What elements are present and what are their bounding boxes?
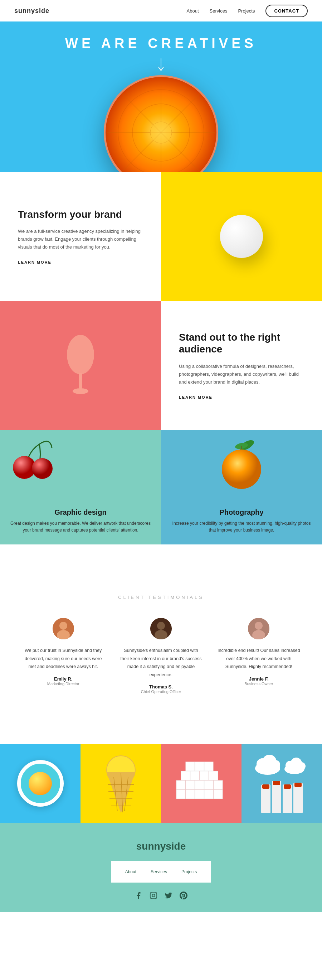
- testimonials-label: CLIENT TESTIMONIALS: [21, 595, 301, 600]
- white-ball-image: [220, 215, 263, 258]
- gallery-cell-2: [81, 744, 161, 823]
- footer-about[interactable]: About: [125, 869, 136, 874]
- testimonial-1-text: We put our trust in Sunnyside and they d…: [21, 646, 105, 671]
- graphic-design-cell: Graphic design Great design makes you me…: [0, 430, 161, 544]
- nav-about[interactable]: About: [187, 8, 199, 14]
- svg-point-23: [59, 622, 67, 630]
- pink-cup-cell: [0, 301, 161, 430]
- hero-title: WE ARE CREATIVES: [65, 36, 257, 51]
- svg-point-26: [157, 622, 165, 630]
- testimonials-section: CLIENT TESTIMONIALS We put our trust in …: [0, 573, 322, 715]
- testimonial-2-role: Chief Operating Officer: [141, 689, 181, 694]
- pink-cup-image: [66, 333, 95, 398]
- testimonial-3-name: Jennie F.: [249, 676, 269, 682]
- avatar-3: [248, 618, 270, 640]
- svg-point-21: [222, 450, 261, 489]
- svg-rect-51: [190, 771, 199, 780]
- footer: sunnyside About Services Projects: [0, 823, 322, 912]
- nav-logo[interactable]: sunnyside: [14, 7, 49, 15]
- avatar-1: [52, 618, 74, 640]
- svg-point-60: [271, 760, 280, 769]
- svg-rect-65: [150, 892, 157, 899]
- svg-rect-54: [186, 762, 195, 771]
- contact-button[interactable]: CONTACT: [265, 5, 308, 17]
- testimonials-grid: We put our trust in Sunnyside and they d…: [21, 618, 301, 694]
- graphic-design-desc: Great design makes you memorable. We del…: [0, 520, 161, 534]
- testimonial-1-role: Marketing Director: [47, 682, 79, 686]
- gallery-cell-3: [161, 744, 241, 823]
- svg-rect-45: [176, 781, 185, 789]
- bottles-image: [253, 754, 311, 813]
- testimonial-1-name: Emily R.: [54, 676, 72, 682]
- svg-point-13: [67, 335, 94, 374]
- svg-rect-50: [181, 771, 190, 780]
- svg-point-10: [150, 122, 172, 143]
- services-grid: Graphic design Great design makes you me…: [0, 430, 322, 544]
- instagram-icon[interactable]: [149, 891, 157, 901]
- nav-links: About Services Projects CONTACT: [187, 5, 308, 17]
- svg-point-29: [255, 622, 263, 630]
- pinterest-icon[interactable]: [179, 891, 187, 901]
- svg-rect-40: [176, 790, 185, 799]
- svg-rect-56: [204, 762, 213, 771]
- svg-rect-52: [200, 771, 209, 780]
- footer-social-icons: [135, 891, 187, 901]
- photography-title: Photography: [219, 508, 263, 517]
- hero-orange-image: [104, 75, 218, 172]
- twitter-icon[interactable]: [165, 891, 173, 901]
- spacer-2: [0, 715, 322, 744]
- svg-rect-43: [204, 790, 213, 799]
- svg-point-15: [73, 388, 88, 394]
- svg-rect-41: [186, 790, 195, 799]
- standout-heading: Stand out to the right audience: [179, 331, 304, 355]
- standout-body: Using a collaborative formula of designe…: [179, 363, 304, 386]
- svg-rect-53: [209, 771, 218, 780]
- scroll-arrow: [157, 58, 165, 75]
- testimonial-1: We put our trust in Sunnyside and they d…: [21, 618, 105, 694]
- yellow-ball-cell: [161, 172, 322, 301]
- graphic-design-title: Graphic design: [54, 508, 106, 517]
- features-grid: Transform your brand We are a full-servi…: [0, 172, 322, 430]
- photography-desc: Increase your credibility by getting the…: [161, 520, 322, 534]
- navigation: sunnyside About Services Projects CONTAC…: [0, 0, 322, 21]
- stand-out-cell: Stand out to the right audience Using a …: [161, 301, 322, 430]
- testimonial-2-name: Thomas S.: [149, 684, 173, 689]
- gallery-cell-4: [241, 744, 322, 823]
- cherries-image: [0, 437, 71, 494]
- testimonial-3: Incredible end result! Our sales increas…: [217, 618, 301, 694]
- testimonial-2: Sunnyside's enthusiasm coupled with thei…: [119, 618, 203, 694]
- facebook-icon[interactable]: [135, 891, 143, 901]
- footer-projects[interactable]: Projects: [181, 869, 197, 874]
- svg-rect-49: [214, 781, 222, 789]
- gallery-cell-1: [0, 744, 81, 823]
- footer-nav: About Services Projects: [111, 861, 211, 883]
- svg-rect-44: [214, 790, 222, 799]
- transform-heading: Transform your brand: [18, 208, 143, 221]
- orange-fruit-image: [213, 435, 270, 493]
- spacer-1: [0, 544, 322, 573]
- svg-rect-48: [204, 781, 213, 789]
- avatar-2: [150, 618, 172, 640]
- footer-logo: sunnyside: [136, 841, 186, 852]
- standout-learn-more[interactable]: LEARN MORE: [179, 395, 304, 399]
- testimonial-3-text: Incredible end result! Our sales increas…: [217, 646, 301, 671]
- testimonial-3-role: Business Owner: [244, 682, 273, 686]
- svg-rect-47: [195, 781, 204, 789]
- hero-section: WE ARE CREATIVES: [0, 21, 322, 172]
- svg-point-64: [298, 762, 306, 770]
- svg-rect-46: [186, 781, 195, 789]
- plate-image: [17, 760, 64, 807]
- photography-cell: Photography Increase your credibility by…: [161, 430, 322, 544]
- transform-brand-cell: Transform your brand We are a full-servi…: [0, 172, 161, 301]
- transform-learn-more[interactable]: LEARN MORE: [18, 260, 143, 264]
- svg-rect-55: [195, 762, 204, 771]
- ice-cream-image: [103, 752, 139, 815]
- testimonial-2-text: Sunnyside's enthusiasm coupled with thei…: [119, 646, 203, 679]
- transform-body: We are a full-service creative agency sp…: [18, 228, 143, 251]
- sugar-cubes-image: [173, 754, 230, 813]
- gallery-strip: [0, 744, 322, 823]
- footer-services[interactable]: Services: [151, 869, 167, 874]
- nav-services[interactable]: Services: [209, 8, 228, 14]
- svg-point-17: [32, 458, 52, 479]
- nav-projects[interactable]: Projects: [238, 8, 255, 14]
